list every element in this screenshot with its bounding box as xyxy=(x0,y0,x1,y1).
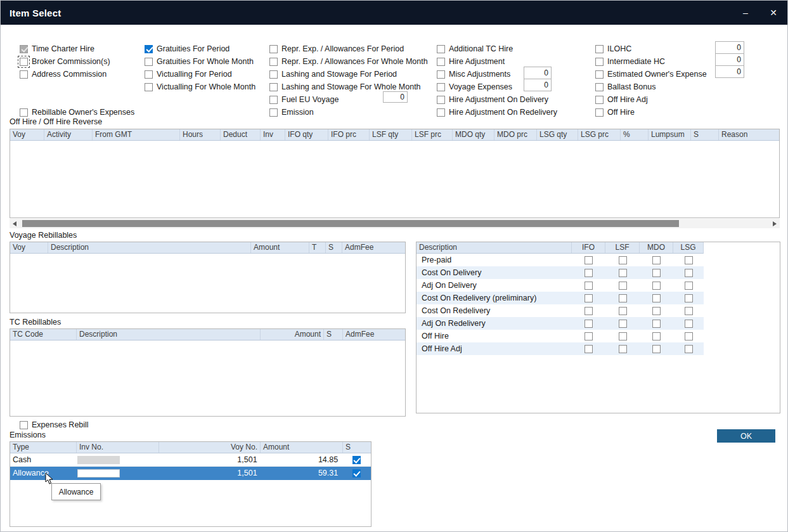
checkbox-label: Voyage Expenses xyxy=(449,82,512,91)
mdo-checkbox[interactable] xyxy=(652,320,661,328)
row-label: Cost On Delivery xyxy=(417,268,572,277)
mdo-checkbox[interactable] xyxy=(652,307,661,315)
mdo-checkbox[interactable] xyxy=(652,294,661,302)
checkbox-emission[interactable]: Emission xyxy=(269,106,428,119)
checkbox-broker-commissions[interactable]: Broker Commission(s) xyxy=(20,55,110,68)
checkbox-victualling-for-period[interactable]: Victualling For Period xyxy=(145,68,255,81)
checkbox-gratuities-for-whole-month[interactable]: Gratuities For Whole Month xyxy=(145,55,255,68)
lsf-checkbox[interactable] xyxy=(619,332,627,341)
scrollbar-thumb[interactable] xyxy=(22,220,679,227)
mdo-checkbox[interactable] xyxy=(652,269,661,277)
column-header: TC Code xyxy=(10,329,77,340)
ifo-checkbox[interactable] xyxy=(585,332,593,341)
lsf-checkbox[interactable] xyxy=(619,294,627,302)
lsf-checkbox[interactable] xyxy=(619,345,627,353)
checkbox-rebillable-owners-expenses[interactable]: Rebillable Owner's Expenses xyxy=(20,106,134,119)
ifo-checkbox[interactable] xyxy=(585,282,593,290)
checkbox-label: Hire Adjustment On Redelivery xyxy=(449,108,557,117)
lsf-checkbox[interactable] xyxy=(619,307,627,315)
top-right-input-2[interactable] xyxy=(715,53,744,66)
inv-no-field[interactable] xyxy=(77,456,120,464)
ok-button[interactable]: OK xyxy=(717,429,775,443)
ifo-checkbox[interactable] xyxy=(585,256,593,264)
lsf-checkbox[interactable] xyxy=(619,320,627,328)
lsg-checkbox[interactable] xyxy=(685,256,693,264)
column-header: Description xyxy=(417,242,572,253)
lsg-checkbox[interactable] xyxy=(685,320,693,328)
checkbox-off-hire[interactable]: Off Hire xyxy=(595,106,707,119)
column-header: IFO xyxy=(572,242,605,253)
mdo-checkbox[interactable] xyxy=(652,256,661,264)
close-icon[interactable]: ✕ xyxy=(759,1,787,25)
checkbox-expenses-rebill[interactable]: Expenses Rebill xyxy=(20,418,89,431)
s-checkbox-checked-icon[interactable] xyxy=(352,456,361,464)
scroll-right-button[interactable] xyxy=(770,219,780,228)
mdo-checkbox[interactable] xyxy=(652,282,661,290)
lsg-checkbox[interactable] xyxy=(685,307,693,315)
checkbox-column-2: Gratuities For Period Gratuities For Who… xyxy=(145,42,255,93)
ifo-checkbox[interactable] xyxy=(585,307,593,315)
ifo-checkbox[interactable] xyxy=(585,345,593,353)
scroll-left-button[interactable] xyxy=(10,219,20,228)
emissions-row-cash[interactable]: Cash 1,501 14.85 xyxy=(10,453,371,467)
lsg-checkbox[interactable] xyxy=(685,282,693,290)
lsf-checkbox[interactable] xyxy=(619,282,627,290)
emissions-label: Emissions xyxy=(10,431,46,439)
mdo-checkbox[interactable] xyxy=(652,332,661,341)
inv-no-field[interactable] xyxy=(77,469,120,477)
checkbox-address-commission[interactable]: Address Commission xyxy=(20,68,110,81)
checkbox-hire-adjustment-on-delivery[interactable]: Hire Adjustment On Delivery xyxy=(437,93,557,106)
lsf-checkbox[interactable] xyxy=(619,256,627,264)
checkbox-repr-exp-allowances-for-period[interactable]: Repr. Exp. / Allowances For Period xyxy=(269,42,428,55)
checkbox-repr-exp-allowances-for-whole-month[interactable]: Repr. Exp. / Allowances For Whole Month xyxy=(269,55,428,68)
lsg-checkbox[interactable] xyxy=(685,345,693,353)
voyage-expenses-input[interactable] xyxy=(524,79,552,91)
top-right-input-3[interactable] xyxy=(715,65,744,78)
lsg-checkbox[interactable] xyxy=(685,332,693,341)
tc-rebillables-body[interactable] xyxy=(10,341,405,417)
checkbox-lashing-and-stowage-for-period[interactable]: Lashing and Stowage For Period xyxy=(269,68,428,81)
voyage-rebillables-body[interactable] xyxy=(10,254,405,313)
lsf-checkbox[interactable] xyxy=(619,269,627,277)
checkbox-estimated-owners-expense[interactable]: Estimated Owner's Expense xyxy=(595,68,707,81)
checkbox-hire-adjustment[interactable]: Hire Adjustment xyxy=(437,55,557,68)
row-label: Adj On Redelivery xyxy=(417,319,572,328)
checkbox-label: Misc Adjustments xyxy=(449,70,510,79)
top-right-input-1[interactable] xyxy=(715,41,744,54)
column-header: Voy xyxy=(10,129,44,140)
s-checkbox-checked-icon[interactable] xyxy=(352,469,361,477)
checkbox-label: Estimated Owner's Expense xyxy=(607,70,707,79)
checkbox-ilohc[interactable]: ILOHC xyxy=(595,42,707,55)
minimize-icon[interactable]: – xyxy=(732,1,759,25)
ifo-checkbox[interactable] xyxy=(585,320,593,328)
column-header: Type xyxy=(10,442,77,453)
checkbox-hire-adjustment-on-redelivery[interactable]: Hire Adjustment On Redelivery xyxy=(437,106,557,119)
checkbox-additional-tc-hire[interactable]: Additional TC Hire xyxy=(437,42,557,55)
checkbox-ballast-bonus[interactable]: Ballast Bonus xyxy=(595,81,707,93)
checkbox-victualling-for-whole-month[interactable]: Victualling For Whole Month xyxy=(145,81,255,93)
checkbox-label: Hire Adjustment On Delivery xyxy=(449,95,548,104)
column-header: IFO qty xyxy=(285,129,328,140)
arrow-right-icon xyxy=(773,221,777,226)
ifo-checkbox[interactable] xyxy=(585,269,593,277)
horizontal-scrollbar[interactable] xyxy=(10,219,780,228)
checkbox-intermediate-hc[interactable]: Intermediate HC xyxy=(595,55,707,68)
column-header: S xyxy=(326,242,342,253)
column-header: MDO prc xyxy=(494,129,537,140)
fuel-eu-voyage-input[interactable] xyxy=(383,91,408,103)
checkbox-unchecked-icon xyxy=(20,421,28,429)
emissions-row-allowance[interactable]: Allowance 1,501 59.31 xyxy=(10,467,371,480)
misc-adjustments-input[interactable] xyxy=(524,67,552,79)
column-header: Inv xyxy=(261,129,285,140)
checkbox-off-hire-adj[interactable]: Off Hire Adj xyxy=(595,93,707,106)
lsg-checkbox[interactable] xyxy=(685,269,693,277)
column-header: Activity xyxy=(44,129,93,140)
voy-no-value: 1,501 xyxy=(158,469,259,477)
checkbox-column-1b: Rebillable Owner's Expenses xyxy=(20,106,134,119)
lsg-checkbox[interactable] xyxy=(685,294,693,302)
ifo-checkbox[interactable] xyxy=(585,294,593,302)
checkbox-time-charter-hire[interactable]: Time Charter Hire xyxy=(20,42,110,55)
mdo-checkbox[interactable] xyxy=(652,345,661,353)
off-hire-table-body[interactable] xyxy=(10,141,779,218)
checkbox-gratuities-for-period[interactable]: Gratuities For Period xyxy=(145,42,255,55)
